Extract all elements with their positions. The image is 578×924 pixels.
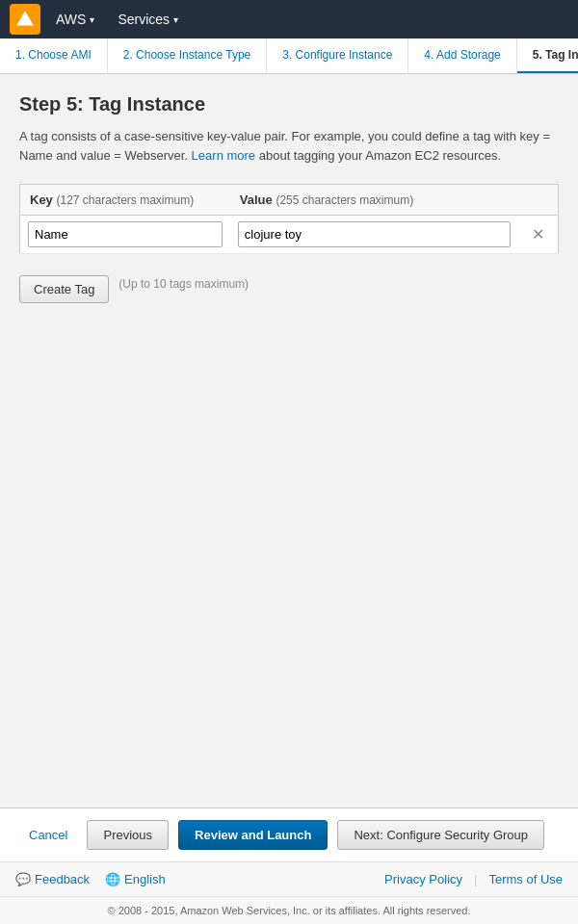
wizard-tabs: 1. Choose AMI2. Choose Instance Type3. C… bbox=[0, 38, 578, 74]
previous-button[interactable]: Previous bbox=[87, 820, 169, 850]
top-navigation: AWS ▾ Services ▾ bbox=[0, 0, 578, 38]
footer-separator: | bbox=[474, 872, 477, 886]
svg-marker-0 bbox=[16, 11, 34, 25]
copyright-bar: © 2008 - 2015, Amazon Web Services, Inc.… bbox=[0, 896, 578, 924]
wizard-tab-add-storage[interactable]: 4. Add Storage bbox=[408, 38, 516, 73]
aws-label: AWS bbox=[56, 12, 86, 27]
create-tag-button[interactable]: Create Tag bbox=[19, 275, 109, 303]
privacy-policy-link[interactable]: Privacy Policy bbox=[384, 872, 462, 886]
aws-logo bbox=[10, 4, 40, 35]
description-text-2: about tagging your Amazon EC2 resources. bbox=[255, 148, 501, 163]
wizard-tab-choose-ami[interactable]: 1. Choose AMI bbox=[0, 38, 108, 73]
key-column-header: Key (127 characters maximum) bbox=[20, 185, 230, 216]
services-menu-button[interactable]: Services ▾ bbox=[110, 8, 186, 31]
services-label: Services bbox=[118, 12, 170, 27]
value-header-label: Value bbox=[240, 192, 273, 207]
key-input[interactable] bbox=[28, 221, 223, 247]
learn-more-link[interactable]: Learn more bbox=[192, 148, 255, 163]
delete-tag-button[interactable]: ✕ bbox=[526, 223, 550, 245]
table-row: ✕ bbox=[20, 216, 559, 254]
step-title: Step 5: Tag Instance bbox=[19, 93, 559, 116]
cancel-button[interactable]: Cancel bbox=[19, 822, 77, 848]
key-header-label: Key bbox=[30, 192, 53, 207]
max-hint: (Up to 10 tags maximum) bbox=[118, 277, 249, 291]
wizard-tab-instance-type[interactable]: 2. Choose Instance Type bbox=[108, 38, 268, 73]
review-launch-button[interactable]: Review and Launch bbox=[178, 820, 328, 850]
value-column-header: Value (255 characters maximum) bbox=[230, 185, 518, 216]
bottom-footer: 💬 Feedback 🌐 English Privacy Policy | Te… bbox=[0, 861, 578, 896]
value-input[interactable] bbox=[238, 221, 511, 247]
footer-right: Privacy Policy | Terms of Use bbox=[384, 872, 563, 886]
language-label: English bbox=[124, 872, 166, 886]
services-chevron-icon: ▾ bbox=[173, 14, 178, 25]
copyright-text: © 2008 - 2015, Amazon Web Services, Inc.… bbox=[108, 905, 471, 916]
feedback-link[interactable]: 💬 Feedback bbox=[15, 872, 90, 886]
wizard-tab-tag-instance[interactable]: 5. Tag Instance bbox=[517, 38, 578, 73]
value-hint: (255 characters maximum) bbox=[276, 193, 413, 207]
aws-chevron-icon: ▾ bbox=[90, 14, 94, 25]
language-link[interactable]: 🌐 English bbox=[105, 872, 166, 886]
globe-icon: 🌐 bbox=[105, 872, 120, 886]
delete-column-header bbox=[518, 185, 559, 216]
main-content: Step 5: Tag Instance A tag consists of a… bbox=[0, 74, 578, 808]
footer-left: 💬 Feedback 🌐 English bbox=[15, 872, 384, 886]
tag-table: Key (127 characters maximum) Value (255 … bbox=[19, 184, 559, 254]
next-button[interactable]: Next: Configure Security Group bbox=[337, 820, 544, 850]
terms-of-use-link[interactable]: Terms of Use bbox=[488, 872, 563, 886]
feedback-label: Feedback bbox=[35, 872, 90, 886]
wizard-tab-configure-instance[interactable]: 3. Configure Instance bbox=[267, 38, 408, 73]
key-hint: (127 characters maximum) bbox=[56, 193, 194, 207]
feedback-icon: 💬 bbox=[15, 872, 31, 886]
action-bar: Cancel Previous Review and Launch Next: … bbox=[0, 808, 578, 861]
aws-menu-button[interactable]: AWS ▾ bbox=[48, 8, 102, 31]
step-description: A tag consists of a case-sensitive key-v… bbox=[19, 127, 559, 165]
